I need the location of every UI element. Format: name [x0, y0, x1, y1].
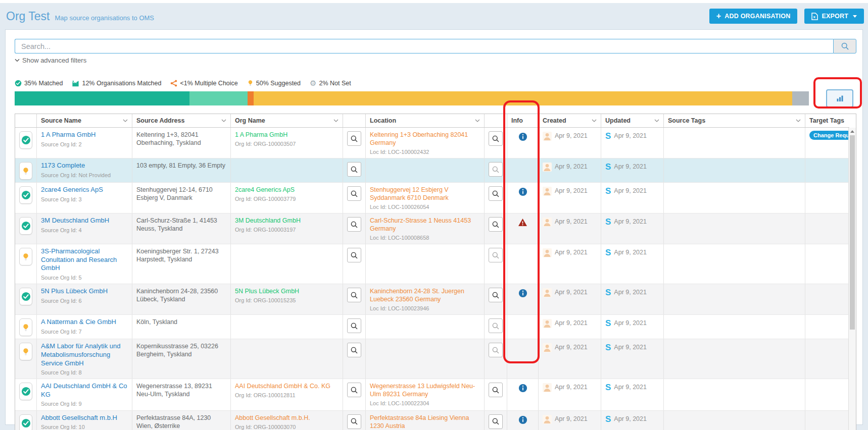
user-avatar-icon: [543, 415, 552, 424]
info-icon[interactable]: [518, 415, 527, 424]
location-link[interactable]: Stenhuggervej 12 Esbjerg V Syddanmark 67…: [370, 186, 480, 202]
info-icon[interactable]: [518, 187, 527, 196]
location-search-button[interactable]: [489, 131, 503, 146]
location-search-cell: [485, 213, 507, 244]
source-name-link[interactable]: 2care4 Generics ApS: [41, 186, 128, 194]
source-org-id: Source Org Id: Not Provided: [41, 172, 128, 179]
org-name-cell: [231, 158, 343, 182]
org-search-button[interactable]: [347, 414, 361, 429]
source-name-link[interactable]: 5N Plus Lübeck GmbH: [41, 287, 128, 296]
matched-status-button[interactable]: [19, 414, 32, 430]
location-search-button[interactable]: [489, 318, 503, 333]
column-header-location[interactable]: Location: [366, 114, 485, 127]
export-button[interactable]: x EXPORT: [804, 9, 864, 24]
org-search-button[interactable]: [347, 318, 361, 333]
source-name-link[interactable]: 3M Deutschland GmbH: [41, 217, 128, 225]
source-name-link[interactable]: A&M Labor für Analytik und Metabolismusf…: [41, 342, 128, 367]
location-link[interactable]: Wegenerstrasse 13 Ludwigsfeld Neu-Ulm 89…: [370, 382, 480, 398]
sort-chevron-icon: [221, 119, 226, 122]
location-search-button[interactable]: [489, 186, 503, 201]
source-name-link[interactable]: Abbott Gesellschaft m.b.H: [41, 414, 128, 422]
location-search-button[interactable]: [489, 343, 503, 357]
org-search-button[interactable]: [347, 162, 361, 177]
warning-icon[interactable]: [518, 218, 527, 227]
search-input[interactable]: [15, 39, 833, 53]
org-name-link[interactable]: 3M Deutschland GmbH: [235, 217, 339, 225]
column-header-source-address[interactable]: Source Address: [132, 114, 231, 127]
add-organisation-button[interactable]: + ADD ORGANISATION: [709, 9, 798, 24]
org-search-cell: [343, 379, 366, 410]
source-name-link[interactable]: AAI Deutschland GmbH & Co KG: [41, 382, 128, 399]
org-search-button[interactable]: [347, 131, 361, 146]
location-link[interactable]: Perfektastrasse 84a Liesing Vienna 1230 …: [370, 414, 480, 430]
system-logo-icon: S: [605, 132, 611, 140]
chart-toggle-button[interactable]: [826, 89, 853, 107]
suggested-status-button[interactable]: [19, 162, 32, 180]
legend-not-set-label: 2% Not Set: [319, 80, 351, 87]
info-icon[interactable]: [518, 384, 527, 393]
matched-status-button[interactable]: [19, 288, 32, 305]
source-tags-cell: [664, 339, 805, 379]
target-tag-badge[interactable]: Change Request (: [809, 131, 849, 140]
org-name-link[interactable]: 5N Plus Lübeck GmbH: [235, 287, 339, 295]
org-search-button[interactable]: [347, 186, 361, 201]
suggested-status-button[interactable]: [19, 318, 32, 336]
column-header-created[interactable]: Created: [539, 114, 601, 127]
location-search-button[interactable]: [489, 383, 503, 397]
source-tags-cell: [664, 379, 805, 410]
loc-id: Loc Id: LOC-100002432: [370, 148, 480, 155]
info-cell: [507, 183, 539, 213]
created-date: Apr 9, 2021: [555, 132, 588, 140]
location-link[interactable]: Keltenring 1+3 Oberhaching 82041 Germany: [370, 131, 480, 147]
source-name-cell: 1173 CompleteSource Org Id: Not Provided: [37, 158, 132, 182]
scroll-up-arrow[interactable]: [849, 128, 856, 135]
column-header-source-name[interactable]: Source Name: [37, 114, 132, 127]
column-header-info: Info: [507, 114, 539, 127]
org-search-button[interactable]: [347, 343, 361, 357]
org-search-cell: [343, 158, 366, 182]
location-search-button[interactable]: [489, 217, 503, 232]
org-name-link[interactable]: Abbott Gesellschaft m.b.H.: [235, 414, 339, 422]
bar-chart-icon: [836, 94, 844, 102]
location-search-button[interactable]: [489, 162, 503, 177]
location-link[interactable]: Kaninchenborn 24-28 St. Juergen Luebeck …: [370, 287, 480, 303]
org-name-link[interactable]: 2care4 Generics ApS: [235, 186, 339, 194]
column-header-org-name[interactable]: Org Name: [231, 114, 343, 127]
org-search-button[interactable]: [347, 288, 361, 302]
location-link[interactable]: Carl-Schurz-Strasse 1 Neuss 41453 German…: [370, 217, 480, 233]
matched-status-button[interactable]: [19, 131, 32, 149]
org-search-button[interactable]: [347, 248, 361, 262]
updated-date: Apr 9, 2021: [614, 248, 647, 256]
source-name-link[interactable]: 3S-Pharmacological Conultation and Resea…: [41, 247, 128, 273]
location-search-button[interactable]: [489, 414, 503, 429]
location-cell: [366, 315, 485, 339]
location-search-button[interactable]: [489, 288, 503, 302]
suggested-status-button[interactable]: [19, 248, 32, 265]
sort-chevron-icon: [123, 119, 128, 122]
info-icon[interactable]: [518, 132, 527, 141]
search-button[interactable]: [833, 39, 856, 53]
org-search-button[interactable]: [347, 217, 361, 232]
location-search-button[interactable]: [489, 248, 503, 262]
vertical-scroll-thumb[interactable]: [850, 135, 855, 330]
org-name-link[interactable]: 1 A Pharma GmbH: [235, 131, 339, 139]
matched-status-button[interactable]: [19, 186, 32, 204]
info-icon[interactable]: [518, 289, 527, 298]
table-row: Abbott Gesellschaft m.b.HSource Org Id: …: [15, 411, 849, 430]
source-name-link[interactable]: 1 A Pharma GmbH: [41, 131, 128, 139]
vertical-scrollbar[interactable]: [848, 128, 856, 430]
show-advanced-filters-link[interactable]: Show advanced filters: [15, 57, 106, 64]
matched-status-button[interactable]: [19, 383, 32, 400]
location-cell: [366, 244, 485, 284]
org-name-link[interactable]: AAI Deutschland GmbH & Co. KG: [235, 382, 339, 390]
column-header-source-tags[interactable]: Source Tags: [664, 114, 805, 127]
source-name-link[interactable]: A Natterman & Cie GmbH: [41, 318, 128, 327]
source-name-link[interactable]: 1173 Complete: [41, 162, 128, 170]
suggested-status-button[interactable]: [19, 343, 32, 360]
matched-status-button[interactable]: [19, 217, 32, 235]
created-date: Apr 9, 2021: [555, 187, 588, 195]
page-subtitle: Map source organisations to OMS: [55, 14, 155, 22]
status-cell: [15, 158, 37, 182]
org-search-button[interactable]: [347, 383, 361, 397]
column-header-updated[interactable]: Updated: [601, 114, 664, 127]
